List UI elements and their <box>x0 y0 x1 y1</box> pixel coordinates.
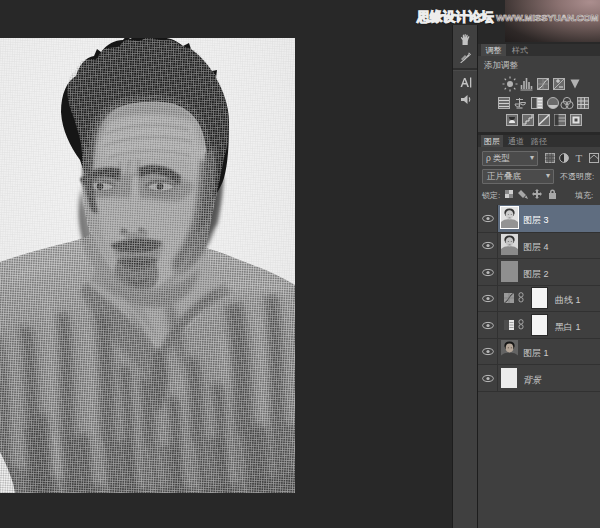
svg-text:T: T <box>576 152 583 164</box>
